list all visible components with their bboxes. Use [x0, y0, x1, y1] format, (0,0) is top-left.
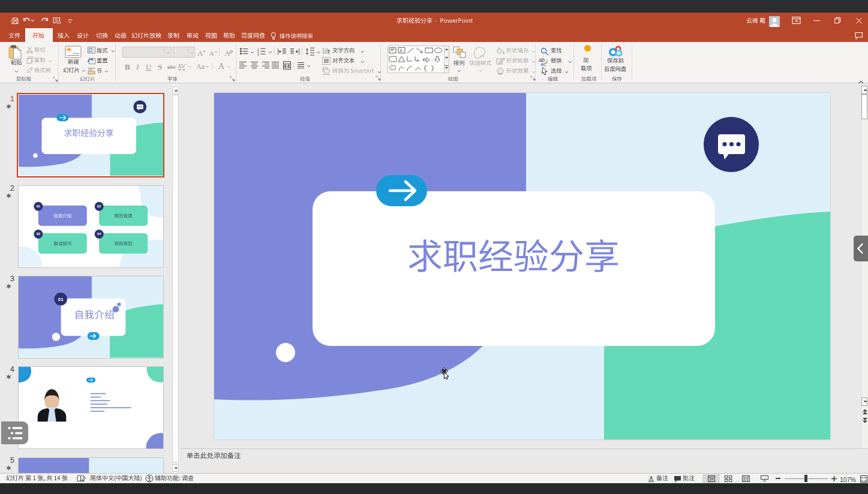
svg-text:3: 3: [257, 53, 259, 56]
svg-text:A: A: [197, 49, 203, 58]
svg-text:02: 02: [97, 204, 101, 208]
svg-text:01: 01: [58, 297, 64, 302]
svg-text:04: 04: [97, 232, 101, 236]
svg-text:ac: ac: [540, 61, 546, 67]
svg-text:A: A: [209, 50, 214, 57]
svg-text:03: 03: [37, 232, 40, 236]
svg-text:AV: AV: [178, 63, 186, 70]
svg-text:A: A: [400, 49, 403, 53]
svg-text:01: 01: [37, 204, 40, 208]
